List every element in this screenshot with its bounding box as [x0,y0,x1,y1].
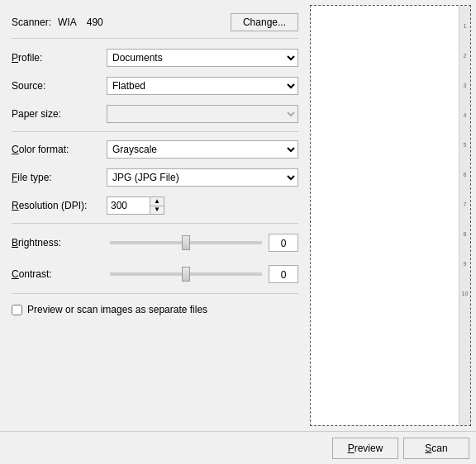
ruler-mark-6: 6 [459,171,470,178]
contrast-thumb[interactable] [182,267,190,282]
preview-button[interactable]: Preview [332,438,398,459]
color-format-label: Color format: [12,144,107,155]
source-row: Source: Flatbed Feeder [12,72,298,100]
divider-1 [12,131,298,132]
paper-size-label: Paper size: [12,108,107,120]
color-format-row: Color format: Grayscale Color Black and … [12,135,298,163]
paper-size-select[interactable] [107,105,298,123]
color-format-select[interactable]: Grayscale Color Black and White [107,140,298,159]
ruler-mark-9: 9 [459,260,470,267]
profile-label: Profile: [12,52,107,64]
resolution-up-button[interactable]: ▲ [150,197,164,206]
resolution-row: Resolution (DPI): ▲ ▼ [12,192,298,220]
brightness-row: Brightness: 0 [12,227,298,258]
separate-files-label: Preview or scan images as separate files [27,304,207,315]
contrast-track[interactable] [110,272,262,276]
ruler-mark-1: 1 [459,22,470,29]
ruler-mark-10: 10 [459,290,470,296]
resolution-down-button[interactable]: ▼ [150,206,164,215]
profile-row: Profile: Documents Photo Custom [12,44,298,72]
separate-files-checkbox[interactable] [12,305,22,315]
ruler-mark-3: 3 [459,82,470,88]
divider-3 [12,293,298,294]
source-label: Source: [12,80,107,92]
resolution-label: Resolution (DPI): [12,200,107,211]
profile-select[interactable]: Documents Photo Custom [107,49,298,67]
scanner-name: WIA [58,17,77,28]
ruler-right: 1 2 3 4 5 6 7 8 9 10 [459,6,470,425]
file-type-select[interactable]: JPG (JPG File) PNG (PNG File) BMP (BMP F… [107,168,298,187]
main-container: Scanner: WIA 490 Change... Profile: Docu… [0,0,476,431]
right-panel: 1 2 3 4 5 6 7 8 9 10 [310,0,476,431]
resolution-spinner: ▲ ▼ [107,196,164,215]
scanner-row: Scanner: WIA 490 Change... [12,8,298,39]
preview-area: 1 2 3 4 5 6 7 8 9 10 [310,5,471,426]
paper-size-row: Paper size: [12,100,298,128]
divider-2 [12,223,298,224]
contrast-row: Contrast: 0 [12,258,298,290]
separate-files-row: Preview or scan images as separate files [12,297,298,319]
source-select[interactable]: Flatbed Feeder [107,77,298,95]
ruler-mark-8: 8 [459,230,470,237]
file-type-row: File type: JPG (JPG File) PNG (PNG File)… [12,163,298,192]
brightness-value: 0 [269,234,298,252]
scan-button[interactable]: Scan [403,438,469,459]
resolution-input[interactable] [107,196,150,215]
scanner-label: Scanner: [12,17,51,28]
brightness-thumb[interactable] [182,235,190,250]
ruler-mark-7: 7 [459,201,470,207]
ruler-mark-4: 4 [459,111,470,118]
ruler-mark-5: 5 [459,141,470,148]
contrast-label: Contrast: [12,268,107,280]
contrast-value: 0 [269,265,298,283]
file-type-label: File type: [12,172,107,183]
spin-buttons: ▲ ▼ [150,196,164,215]
left-panel: Scanner: WIA 490 Change... Profile: Docu… [0,0,310,431]
scanner-id: 490 [87,17,231,28]
change-button[interactable]: Change... [231,13,298,31]
brightness-label: Brightness: [12,237,107,249]
bottom-bar: Preview Scan [0,431,476,464]
ruler-mark-2: 2 [459,52,470,59]
brightness-track[interactable] [110,241,262,244]
